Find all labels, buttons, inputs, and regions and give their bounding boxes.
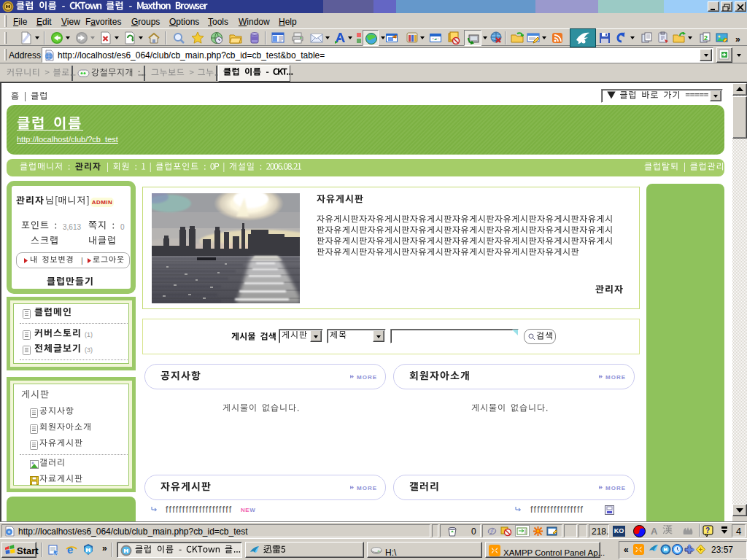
svg-text:2: 2: [704, 34, 708, 42]
svg-text:e: e: [67, 544, 73, 556]
svg-text:?: ?: [705, 526, 710, 534]
